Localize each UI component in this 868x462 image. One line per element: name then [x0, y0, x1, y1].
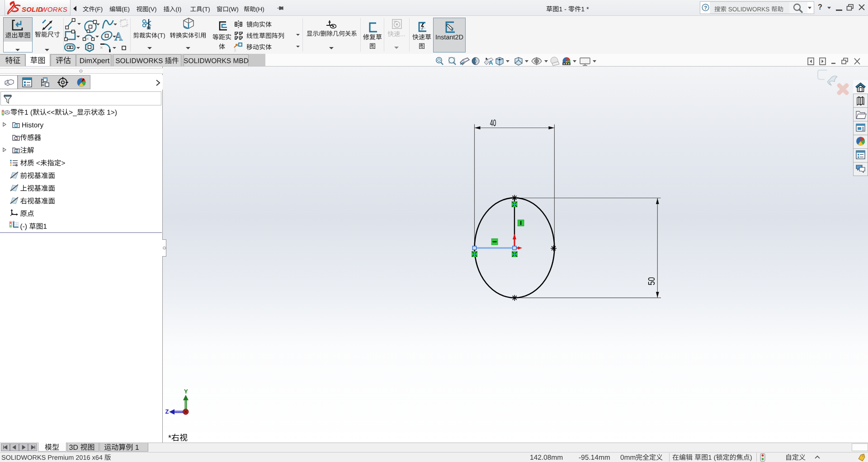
svg-text:A: A — [15, 150, 17, 153]
svg-text:?: ? — [704, 5, 707, 10]
svg-text:WORKS: WORKS — [41, 5, 67, 13]
svg-text:A: A — [489, 59, 493, 66]
svg-text:SOLID: SOLID — [22, 5, 43, 13]
